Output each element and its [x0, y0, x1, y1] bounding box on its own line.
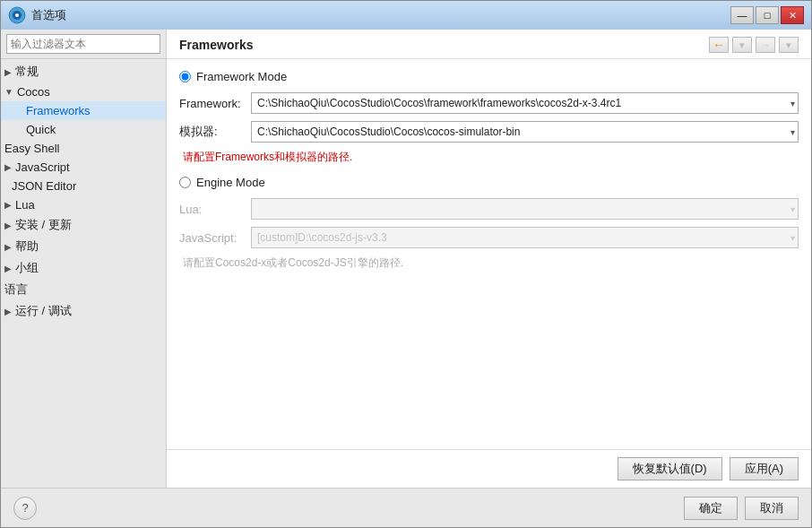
framework-row: Framework: C:\ShichaoQiu\CocosStudio\Coc…	[179, 92, 799, 114]
sidebar-label-quick: Quick	[26, 123, 56, 136]
framework-select-wrapper: C:\ShichaoQiu\CocosStudio\Cocos\framewor…	[251, 92, 799, 114]
sidebar-label-lua: Lua	[15, 198, 35, 212]
back-icon: ←	[713, 38, 725, 52]
engine-mode-radio[interactable]	[179, 177, 191, 188]
arrow-icon-js: ▶	[4, 162, 12, 172]
sidebar-label-language: 语言	[4, 281, 28, 298]
content-header: Frameworks ← ▾ → ▾	[167, 30, 811, 59]
sidebar-label-cocos: Cocos	[17, 85, 50, 99]
sidebar-label-easy-shell: Easy Shell	[4, 142, 59, 155]
filter-area	[1, 30, 166, 59]
sidebar-item-lua[interactable]: ▶ Lua	[1, 195, 166, 214]
sidebar: ▶ 常规 ▼ Cocos Frameworks Quick	[1, 59, 167, 322]
footer-left: ?	[13, 497, 37, 520]
title-bar-controls: — □ ✕	[730, 6, 804, 24]
forward-icon: →	[761, 39, 771, 50]
sidebar-label-frameworks: Frameworks	[26, 104, 91, 117]
framework-mode-radio[interactable]	[179, 71, 191, 82]
lua-select-wrapper: ▾	[251, 198, 799, 220]
arrow-icon-run: ▶	[4, 307, 12, 316]
sidebar-item-group[interactable]: ▶ 小组	[1, 257, 166, 279]
content-title: Frameworks	[179, 38, 253, 52]
arrow-icon-lua: ▶	[4, 200, 12, 210]
ok-button[interactable]: 确定	[684, 497, 738, 520]
help-icon: ?	[22, 501, 28, 515]
sidebar-item-help[interactable]: ▶ 帮助	[1, 236, 166, 257]
main-content: ▶ 常规 ▼ Cocos Frameworks Quick	[1, 30, 811, 527]
simulator-label: 模拟器:	[179, 124, 251, 140]
sidebar-item-install-update[interactable]: ▶ 安装 / 更新	[1, 214, 166, 236]
simulator-row: 模拟器: C:\ShichaoQiu\CocosStudio\Cocos\coc…	[179, 121, 799, 143]
sidebar-item-language[interactable]: 语言	[1, 279, 166, 300]
lua-select[interactable]	[251, 198, 799, 220]
apply-button[interactable]: 应用(A)	[730, 457, 799, 480]
dropdown1-icon: ▾	[739, 39, 745, 51]
simulator-select[interactable]: C:\ShichaoQiu\CocosStudio\Cocos\cocos-si…	[251, 121, 799, 143]
nav-forward-button[interactable]: →	[756, 37, 775, 53]
content-panel: Frameworks ← ▾ → ▾	[167, 30, 811, 488]
dropdown2-icon: ▾	[786, 39, 791, 51]
framework-label: Framework:	[179, 97, 251, 110]
sidebar-item-run-debug[interactable]: ▶ 运行 / 调试	[1, 300, 166, 322]
minimize-button[interactable]: —	[730, 6, 754, 24]
framework-mode-row: Framework Mode	[179, 70, 799, 83]
form-area: Framework Mode Framework: C:\ShichaoQiu\…	[167, 59, 811, 449]
nav-dropdown1-button[interactable]: ▾	[732, 37, 752, 53]
lua-label: Lua:	[179, 203, 251, 216]
sidebar-label-general: 常规	[15, 64, 39, 80]
sidebar-item-frameworks[interactable]: Frameworks	[1, 101, 166, 120]
sidebar-label-install-update: 安装 / 更新	[15, 217, 72, 233]
footer-right: 确定 取消	[684, 497, 799, 520]
sidebar-label-run-debug: 运行 / 调试	[15, 303, 72, 319]
nav-dropdown2-button[interactable]: ▾	[779, 37, 799, 53]
sidebar-item-general[interactable]: ▶ 常规	[1, 61, 166, 82]
nav-back-button[interactable]: ←	[709, 37, 729, 53]
header-actions: ← ▾ → ▾	[709, 37, 799, 53]
preferences-window: 首选项 — □ ✕ ▶ 常规	[0, 0, 812, 528]
title-bar-left: 首选项	[8, 6, 66, 24]
framework-warning: 请配置Frameworks和模拟器的路径.	[183, 150, 799, 165]
framework-mode-label[interactable]: Framework Mode	[196, 70, 287, 83]
title-bar: 首选项 — □ ✕	[1, 1, 811, 30]
javascript-row: JavaScript: [custom]D:\cocos2d-js-v3.3 ▾	[179, 227, 799, 248]
arrow-icon-install: ▶	[4, 221, 12, 230]
sidebar-item-quick[interactable]: Quick	[1, 120, 166, 139]
sidebar-label-json-editor: JSON Editor	[12, 179, 76, 193]
framework-select[interactable]: C:\ShichaoQiu\CocosStudio\Cocos\framewor…	[251, 92, 799, 114]
engine-mode-label[interactable]: Engine Mode	[196, 176, 265, 189]
restore-defaults-button[interactable]: 恢复默认值(D)	[618, 457, 722, 480]
javascript-select[interactable]: [custom]D:\cocos2d-js-v3.3	[251, 227, 799, 248]
arrow-icon: ▶	[4, 67, 12, 77]
engine-mode-row: Engine Mode	[179, 176, 799, 189]
sidebar-label-javascript: JavaScript	[15, 160, 70, 174]
arrow-icon-help: ▶	[4, 242, 12, 252]
close-button[interactable]: ✕	[781, 6, 804, 24]
javascript-select-wrapper: [custom]D:\cocos2d-js-v3.3 ▾	[251, 227, 799, 248]
footer: ? 确定 取消	[1, 488, 811, 527]
maximize-button[interactable]: □	[756, 6, 779, 24]
simulator-select-wrapper: C:\ShichaoQiu\CocosStudio\Cocos\cocos-si…	[251, 121, 799, 143]
filter-input[interactable]	[6, 34, 160, 54]
arrow-icon-cocos: ▼	[4, 87, 13, 97]
sidebar-label-group: 小组	[15, 260, 39, 276]
lua-row: Lua: ▾	[179, 198, 799, 220]
svg-point-2	[15, 13, 19, 17]
app-icon	[8, 6, 26, 24]
body-area: ▶ 常规 ▼ Cocos Frameworks Quick	[1, 30, 811, 488]
engine-warning: 请配置Cocos2d-x或者Cocos2d-JS引擎的路径.	[183, 255, 799, 271]
sidebar-item-javascript[interactable]: ▶ JavaScript	[1, 158, 166, 177]
help-button[interactable]: ?	[13, 497, 37, 520]
sidebar-item-easy-shell[interactable]: Easy Shell	[1, 139, 166, 158]
bottom-action-bar: 恢复默认值(D) 应用(A)	[167, 449, 811, 488]
sidebar-item-cocos[interactable]: ▼ Cocos	[1, 82, 166, 101]
sidebar-label-help: 帮助	[15, 238, 39, 255]
javascript-label: JavaScript:	[179, 231, 251, 245]
window-title: 首选项	[31, 7, 66, 23]
arrow-icon-group: ▶	[4, 264, 12, 273]
sidebar-item-json-editor[interactable]: JSON Editor	[1, 177, 166, 195]
cancel-button[interactable]: 取消	[745, 497, 799, 520]
